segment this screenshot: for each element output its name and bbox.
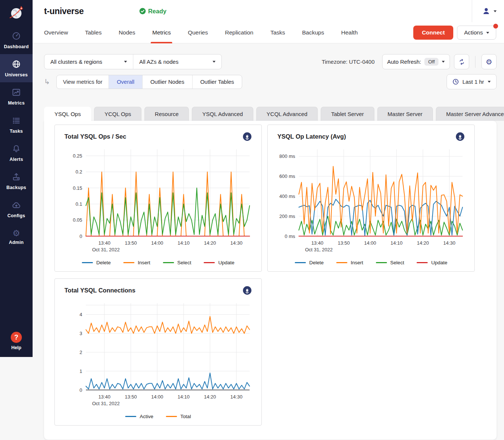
nav-tab-backups[interactable]: Backups xyxy=(302,22,324,43)
backups-icon xyxy=(11,172,21,183)
configs-icon xyxy=(11,200,21,211)
x-axis-date-label: Oct 31, 2022 xyxy=(305,247,333,252)
legend-label: Delete xyxy=(309,260,324,265)
svg-text:13:40: 13:40 xyxy=(99,240,111,246)
sidebar-item-universes[interactable]: Universes xyxy=(0,54,33,82)
azs-nodes-select[interactable]: All AZs & nodes xyxy=(133,54,221,69)
refresh-button[interactable] xyxy=(454,54,469,69)
app-logo[interactable] xyxy=(0,0,33,26)
legend-label: Select xyxy=(177,260,191,265)
legend-item-delete[interactable]: Delete xyxy=(82,260,111,265)
auto-refresh-value: Off xyxy=(424,58,438,66)
legend-item-active[interactable]: Active xyxy=(125,414,153,419)
chart-title: YSQL Op Latency (Avg) xyxy=(277,133,346,140)
svg-text:14:00: 14:00 xyxy=(151,394,163,400)
metric-tab-ycql-advanced[interactable]: YCQL Advanced xyxy=(256,107,318,121)
sidebar-item-help[interactable]: ? Help xyxy=(0,332,33,350)
series-active-line xyxy=(86,373,250,389)
svg-text:4: 4 xyxy=(80,312,82,317)
nav-tab-queries[interactable]: Queries xyxy=(188,22,208,43)
svg-text:400 ms: 400 ms xyxy=(279,193,295,199)
view-tab-outlier-tables[interactable]: Outlier Tables xyxy=(192,75,242,89)
series-insert-line xyxy=(299,166,463,234)
view-tab-overall[interactable]: Overall xyxy=(109,75,142,89)
status-badge: Ready xyxy=(139,8,167,15)
svg-text:13:40: 13:40 xyxy=(311,240,324,246)
legend-label: Insert xyxy=(351,260,363,265)
admin-icon: ⚙ xyxy=(13,228,20,238)
sidebar-item-label: Help xyxy=(11,345,21,350)
legend-item-update[interactable]: Update xyxy=(417,260,447,265)
metric-tab-ysql-ops[interactable]: YSQL Ops xyxy=(44,107,91,121)
legend-swatch xyxy=(125,416,136,417)
legend-item-update[interactable]: Update xyxy=(204,260,234,265)
nav-tab-replication[interactable]: Replication xyxy=(225,22,253,43)
svg-text:13:50: 13:50 xyxy=(338,240,350,246)
svg-text:600 ms: 600 ms xyxy=(279,173,295,179)
legend-swatch xyxy=(376,262,387,263)
legend-swatch xyxy=(204,262,215,263)
view-metrics-group: View metrics for OverallOutlier NodesOut… xyxy=(56,75,242,89)
metric-tab-master-server-advanced[interactable]: Master Server Advanced xyxy=(436,107,504,121)
sidebar-item-label: Alerts xyxy=(10,157,23,162)
status-text: Ready xyxy=(148,8,167,15)
legend-label: Insert xyxy=(138,260,150,265)
auto-refresh-select[interactable]: Auto Refresh: Off xyxy=(382,54,450,69)
branch-arrow-icon: ↳ xyxy=(44,77,56,86)
chart-card: YSQL Op Latency (Avg) 0 ms200 ms400 ms60… xyxy=(267,125,475,272)
prometheus-icon[interactable] xyxy=(455,132,465,141)
sidebar-item-configs[interactable]: Configs xyxy=(0,195,33,223)
metric-tab-ycql-ops[interactable]: YCQL Ops xyxy=(94,107,141,121)
nav-tab-health[interactable]: Health xyxy=(341,22,358,43)
settings-button[interactable]: ⚙ xyxy=(481,54,497,69)
metric-tab-master-server[interactable]: Master Server xyxy=(377,107,433,121)
sidebar-item-dashboard[interactable]: Dashboard xyxy=(0,26,33,54)
sidebar-item-backups[interactable]: Backups xyxy=(0,167,33,195)
metrics-icon xyxy=(11,87,21,99)
legend-swatch xyxy=(295,262,306,263)
rocket-globe-icon xyxy=(8,4,25,22)
nav-tab-nodes[interactable]: Nodes xyxy=(119,22,135,43)
sidebar-item-metrics[interactable]: Metrics xyxy=(0,82,33,110)
actions-button[interactable]: Actions xyxy=(457,26,496,40)
svg-text:14:00: 14:00 xyxy=(364,240,376,246)
nav-tab-metrics[interactable]: Metrics xyxy=(152,22,171,43)
legend-item-insert[interactable]: Insert xyxy=(123,260,150,265)
metric-tab-tablet-server[interactable]: Tablet Server xyxy=(321,107,374,121)
sidebar-item-alerts[interactable]: Alerts xyxy=(0,139,33,167)
time-range-select[interactable]: Last 1 hr xyxy=(447,74,497,89)
svg-text:14:20: 14:20 xyxy=(204,394,216,400)
scope-filter-group: All clusters & regions All AZs & nodes xyxy=(44,54,222,69)
chart-card: Total YSQL Connections 0123413:40Oct 31,… xyxy=(54,278,262,426)
nav-tab-overview[interactable]: Overview xyxy=(44,22,68,43)
sidebar-item-admin[interactable]: ⚙Admin xyxy=(0,223,33,250)
nav-tab-tables[interactable]: Tables xyxy=(85,22,102,43)
chart-legend: DeleteInsertSelectUpdate xyxy=(61,258,255,268)
sidebar-item-tasks[interactable]: Tasks xyxy=(0,110,33,139)
legend-swatch xyxy=(123,262,134,263)
legend-item-insert[interactable]: Insert xyxy=(336,260,363,265)
prometheus-icon[interactable] xyxy=(243,286,252,295)
user-menu[interactable] xyxy=(472,0,497,22)
legend-item-select[interactable]: Select xyxy=(376,260,404,265)
connect-button[interactable]: Connect xyxy=(413,26,453,40)
svg-text:13:50: 13:50 xyxy=(125,394,137,400)
dashboard-icon xyxy=(11,31,21,42)
svg-text:13:50: 13:50 xyxy=(125,240,137,246)
legend-label: Update xyxy=(218,260,234,265)
tasks-icon xyxy=(11,116,21,127)
legend-item-delete[interactable]: Delete xyxy=(295,260,324,265)
legend-item-total[interactable]: Total xyxy=(166,414,191,419)
prometheus-icon[interactable] xyxy=(243,132,252,141)
metric-tab-ysql-advanced[interactable]: YSQL Advanced xyxy=(192,107,253,121)
legend-item-select[interactable]: Select xyxy=(163,260,191,265)
metric-tab-resource[interactable]: Resource xyxy=(144,107,189,121)
view-tab-outlier-nodes[interactable]: Outlier Nodes xyxy=(142,75,192,89)
svg-text:3: 3 xyxy=(80,331,82,336)
svg-text:1: 1 xyxy=(80,368,82,374)
clusters-regions-select[interactable]: All clusters & regions xyxy=(44,54,133,69)
y-axis-labels: 00.050.10.150.20.25 xyxy=(73,153,82,239)
legend-label: Select xyxy=(390,260,404,265)
svg-text:0.1: 0.1 xyxy=(76,201,82,207)
nav-tab-tasks[interactable]: Tasks xyxy=(270,22,285,43)
